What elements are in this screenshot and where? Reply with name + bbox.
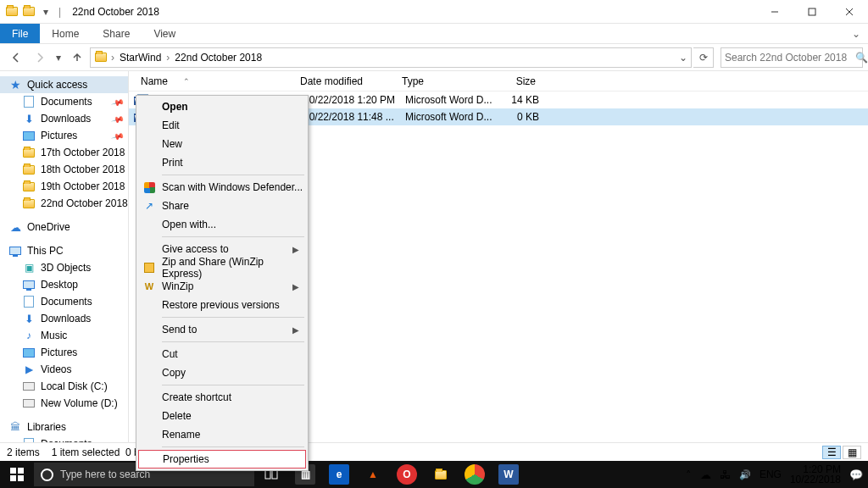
tray-clock[interactable]: 1:20 PM 10/22/2018 bbox=[790, 464, 841, 485]
ctx-scan-defender[interactable]: Scan with Windows Defender... bbox=[138, 178, 306, 197]
onedrive-icon: ☁ bbox=[8, 220, 22, 234]
disk-icon bbox=[22, 380, 36, 393]
nav-qa-documents[interactable]: Documents📌 bbox=[0, 93, 128, 110]
chevron-right-icon: ▶ bbox=[292, 282, 299, 291]
ctx-new[interactable]: New bbox=[138, 135, 306, 153]
maximize-button[interactable] bbox=[793, 0, 831, 24]
search-box[interactable]: 🔍 bbox=[721, 47, 863, 68]
window-title: 22nd October 2018 bbox=[72, 6, 159, 18]
status-bar: 2 items 1 item selected 0 bytes ☰ ▦ bbox=[0, 442, 868, 461]
ctx-copy[interactable]: Copy bbox=[138, 363, 306, 382]
folder-icon bbox=[22, 163, 36, 176]
nav-pc-diskd[interactable]: New Volume (D:) bbox=[0, 395, 128, 412]
nav-qa-folder[interactable]: 17th October 2018 bbox=[0, 144, 128, 161]
tray-network-icon[interactable]: 🖧 bbox=[720, 469, 731, 481]
column-size[interactable]: Size bbox=[492, 75, 542, 87]
column-name[interactable]: Name⌃ bbox=[136, 75, 295, 87]
documents-icon bbox=[22, 95, 36, 108]
details-view-button[interactable]: ☰ bbox=[822, 446, 841, 459]
taskbar-word[interactable]: W bbox=[492, 461, 526, 488]
large-icons-view-button[interactable]: ▦ bbox=[843, 446, 861, 459]
tray-volume-icon[interactable]: 🔊 bbox=[739, 469, 751, 480]
ctx-delete[interactable]: Delete bbox=[138, 407, 306, 425]
ctx-print[interactable]: Print bbox=[138, 153, 306, 172]
back-button[interactable] bbox=[5, 47, 27, 69]
qat-properties-icon[interactable] bbox=[22, 5, 36, 19]
ctx-create-shortcut[interactable]: Create shortcut bbox=[138, 388, 306, 407]
documents-icon bbox=[22, 295, 36, 308]
ctx-zip-share[interactable]: Zip and Share (WinZip Express) bbox=[138, 258, 306, 277]
forward-button[interactable] bbox=[29, 47, 51, 69]
nav-qa-folder[interactable]: 18th October 2018 bbox=[0, 161, 128, 178]
nav-onedrive[interactable]: ☁OneDrive bbox=[0, 219, 128, 236]
taskbar-opera[interactable]: O bbox=[390, 461, 424, 488]
ctx-rename[interactable]: Rename bbox=[138, 425, 306, 444]
recent-locations-button[interactable]: ▾ bbox=[53, 47, 64, 69]
pictures-icon bbox=[22, 346, 36, 359]
nav-lib-documents[interactable]: Documents bbox=[0, 435, 128, 442]
nav-qa-folder[interactable]: 22nd October 2018 bbox=[0, 195, 128, 212]
nav-pc-documents[interactable]: Documents bbox=[0, 293, 128, 310]
start-button[interactable] bbox=[0, 461, 34, 488]
minimize-button[interactable] bbox=[756, 0, 793, 24]
address-bar[interactable]: › StarWind › 22nd October 2018 ⌄ bbox=[90, 47, 692, 68]
svg-rect-6 bbox=[10, 475, 16, 481]
ctx-winzip[interactable]: WWinZip▶ bbox=[138, 277, 306, 296]
taskbar-edge[interactable]: e bbox=[322, 461, 356, 488]
tray-chevron-up-icon[interactable]: ˄ bbox=[686, 469, 692, 481]
column-date[interactable]: Date modified bbox=[295, 75, 397, 87]
nav-qa-folder[interactable]: 19th October 2018 bbox=[0, 178, 128, 195]
tray-onedrive-icon[interactable]: ☁ bbox=[700, 469, 711, 481]
ctx-properties[interactable]: Properties bbox=[138, 450, 306, 469]
nav-pc-desktop[interactable]: Desktop bbox=[0, 276, 128, 293]
nav-pc-music[interactable]: ♪Music bbox=[0, 327, 128, 344]
nav-pc-3dobjects[interactable]: ▣3D Objects bbox=[0, 259, 128, 276]
sort-asc-icon: ⌃ bbox=[183, 77, 190, 86]
taskbar-chrome[interactable] bbox=[458, 461, 492, 488]
ribbon-view-tab[interactable]: View bbox=[142, 24, 187, 43]
nav-this-pc[interactable]: This PC bbox=[0, 242, 128, 259]
address-dropdown-button[interactable]: ⌄ bbox=[679, 52, 687, 64]
close-button[interactable] bbox=[831, 0, 868, 24]
tray-notifications-icon[interactable]: 💬 bbox=[849, 469, 863, 481]
ribbon-home-tab[interactable]: Home bbox=[40, 24, 91, 43]
nav-pc-videos[interactable]: ▶Videos bbox=[0, 361, 128, 378]
ctx-open-with[interactable]: Open with... bbox=[138, 215, 306, 234]
ctx-open[interactable]: Open bbox=[138, 97, 306, 116]
taskbar-explorer[interactable] bbox=[424, 461, 458, 488]
qat-dropdown-icon[interactable]: ▾ bbox=[39, 5, 53, 19]
svg-rect-5 bbox=[18, 468, 24, 474]
nav-pc-diskc[interactable]: Local Disk (C:) bbox=[0, 378, 128, 395]
nav-libraries[interactable]: 🏛Libraries bbox=[0, 419, 128, 435]
ribbon-collapse-button[interactable]: ⌄ bbox=[844, 24, 868, 43]
ctx-send-to[interactable]: Send to▶ bbox=[138, 320, 306, 339]
search-icon: 🔍 bbox=[855, 52, 868, 64]
nav-quick-access[interactable]: ★Quick access bbox=[0, 76, 128, 93]
breadcrumb-item[interactable]: 22nd October 2018 bbox=[173, 52, 264, 64]
chevron-right-icon[interactable]: › bbox=[164, 52, 171, 64]
column-type[interactable]: Type bbox=[397, 75, 492, 87]
separator bbox=[162, 175, 304, 175]
nav-qa-pictures[interactable]: Pictures📌 bbox=[0, 127, 128, 144]
shield-icon bbox=[142, 180, 156, 194]
ctx-share[interactable]: ↗Share bbox=[138, 197, 306, 215]
taskbar-vlc[interactable]: ▲ bbox=[356, 461, 390, 488]
up-button[interactable] bbox=[66, 47, 88, 69]
disk-icon bbox=[22, 396, 36, 410]
refresh-button[interactable]: ⟳ bbox=[693, 47, 714, 68]
ctx-edit[interactable]: Edit bbox=[138, 116, 306, 135]
nav-pc-downloads[interactable]: ⬇Downloads bbox=[0, 310, 128, 327]
ctx-cut[interactable]: Cut bbox=[138, 345, 306, 363]
breadcrumb-item[interactable]: StarWind bbox=[118, 52, 163, 64]
ribbon-share-tab[interactable]: Share bbox=[91, 24, 142, 43]
cortana-icon bbox=[41, 469, 53, 481]
nav-qa-downloads[interactable]: ⬇Downloads📌 bbox=[0, 110, 128, 127]
search-input[interactable] bbox=[725, 52, 852, 64]
nav-pc-pictures[interactable]: Pictures bbox=[0, 344, 128, 361]
ctx-restore-versions[interactable]: Restore previous versions bbox=[138, 296, 306, 314]
tray-language[interactable]: ENG bbox=[760, 469, 782, 480]
pictures-icon bbox=[22, 129, 36, 142]
ribbon-file-tab[interactable]: File bbox=[0, 24, 40, 43]
this-pc-icon bbox=[8, 244, 22, 258]
chevron-right-icon[interactable]: › bbox=[109, 52, 116, 64]
